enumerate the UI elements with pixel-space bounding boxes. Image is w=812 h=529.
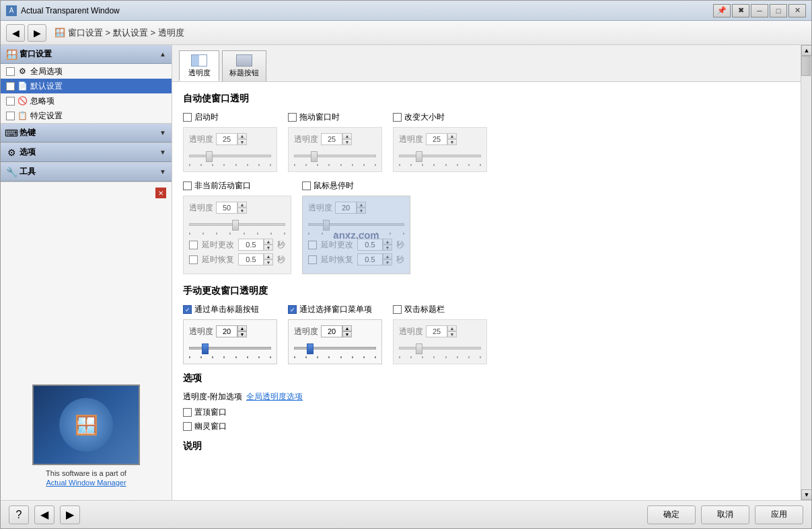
help-button[interactable]: ? [9, 505, 29, 524]
close-button[interactable]: ✕ [788, 4, 806, 17]
startup-checkbox[interactable] [183, 113, 192, 122]
scroll-thumb[interactable] [801, 56, 811, 76]
sidebar-item-specific-settings[interactable]: 📋 特定设置 [1, 108, 172, 123]
global-options-link[interactable]: 全局透明度选项 [246, 391, 303, 403]
startup-slider-thumb[interactable] [206, 151, 213, 162]
mh-delay-restore-input[interactable] [357, 253, 383, 266]
ad-close-button[interactable]: ✕ [155, 188, 166, 198]
na-delay-change-up[interactable]: ▲ [264, 239, 273, 245]
sidebar-header-tools[interactable]: 🔧 工具 ▼ [1, 163, 172, 181]
resize-slider-thumb[interactable] [416, 151, 422, 162]
mm-spin-up[interactable]: ▲ [342, 325, 352, 331]
manual-menu-spin-buttons: ▲ ▼ [342, 325, 352, 337]
mh-change-up[interactable]: ▲ [383, 239, 392, 245]
global-options-checkbox[interactable] [6, 67, 15, 76]
sidebar-header-window-settings[interactable]: 🪟 窗口设置 ▲ [1, 45, 172, 64]
ghost-checkbox[interactable] [183, 422, 192, 431]
ad-link[interactable]: Actual Window Manager [46, 479, 126, 487]
non-active-spin-input[interactable] [216, 202, 237, 214]
mouse-hover-spin-input[interactable] [335, 202, 357, 214]
sidebar-section-tools: 🔧 工具 ▼ [1, 163, 172, 182]
collapse-arrow-icon: ▲ [159, 50, 166, 58]
resize-checkbox[interactable] [393, 113, 402, 122]
drag-spin-down[interactable]: ▼ [342, 139, 352, 145]
sidebar-item-ignore[interactable]: 🚫 忽略项 [1, 93, 172, 108]
resize-spin-down[interactable]: ▼ [447, 139, 457, 145]
manual-menu-slider-thumb[interactable] [307, 343, 313, 354]
na-delay-restore-down[interactable]: ▼ [264, 259, 273, 266]
ignore-checkbox[interactable] [6, 97, 15, 106]
drag-slider-thumb[interactable] [311, 151, 318, 162]
drag-spin-input[interactable] [321, 133, 342, 145]
manual-click-spin-input[interactable] [216, 325, 237, 337]
mm-spin-down[interactable]: ▼ [342, 331, 352, 337]
scroll-up-button[interactable]: ▲ [801, 45, 811, 56]
mc-spin-down[interactable]: ▼ [237, 331, 247, 337]
mh-delay-restore-checkbox[interactable] [308, 255, 317, 264]
non-active-spin-up[interactable]: ▲ [237, 202, 247, 208]
non-active-delay-restore-input[interactable] [238, 253, 264, 266]
minimize-button[interactable]: ─ [751, 4, 768, 17]
tab-title-buttons[interactable]: 标题按钮 [222, 50, 266, 81]
startup-spin-up[interactable]: ▲ [237, 133, 247, 139]
scroll-track[interactable] [801, 56, 811, 489]
manual-menu-spin-input[interactable] [321, 325, 342, 337]
na-delay-restore-up[interactable]: ▲ [264, 253, 273, 259]
manual-click-slider-thumb[interactable] [202, 343, 209, 354]
next-button[interactable]: ▶ [60, 505, 80, 524]
mh-delay-change-spin-btns: ▲ ▼ [383, 239, 392, 251]
non-active-delay-change-input[interactable] [238, 239, 264, 251]
maximize-button[interactable]: □ [770, 4, 787, 17]
mh-spin-up[interactable]: ▲ [357, 202, 366, 208]
drag-checkbox[interactable] [288, 113, 297, 122]
apply-button[interactable]: 应用 [755, 505, 803, 524]
mh-restore-up[interactable]: ▲ [383, 253, 392, 259]
non-active-checkbox[interactable] [183, 181, 192, 190]
na-delay-change-down[interactable]: ▼ [264, 245, 273, 251]
manual-double-checkbox[interactable] [393, 305, 402, 314]
manual-click-checkbox[interactable] [183, 305, 192, 314]
startup-spin-input[interactable] [216, 133, 237, 145]
drag-spin-up[interactable]: ▲ [342, 133, 352, 139]
cancel-button[interactable]: 取消 [701, 505, 749, 524]
sidebar-item-default-settings[interactable]: ✓ 📄 默认设置 [1, 79, 172, 93]
manual-double-spin-input[interactable] [426, 325, 447, 337]
non-active-delay-restore-checkbox[interactable] [189, 255, 198, 264]
scroll-down-button[interactable]: ▼ [801, 489, 811, 500]
non-active-slider-thumb[interactable] [232, 220, 239, 231]
resize-spin-up[interactable]: ▲ [447, 133, 457, 139]
md-spin-up[interactable]: ▲ [447, 325, 457, 331]
mh-restore-down[interactable]: ▼ [383, 259, 392, 266]
mouse-hover-checkbox[interactable] [302, 181, 311, 190]
resize-spin-input[interactable] [426, 133, 447, 145]
forward-button[interactable]: ▶ [28, 24, 46, 42]
sidebar-header-options[interactable]: ⚙ 选项 ▼ [1, 143, 172, 162]
startup-spin-down[interactable]: ▼ [237, 139, 247, 145]
md-spin-down[interactable]: ▼ [447, 331, 457, 337]
mh-change-down[interactable]: ▼ [383, 245, 392, 251]
mouse-hover-slider-thumb[interactable] [323, 220, 330, 231]
back-button[interactable]: ◀ [6, 24, 25, 42]
topmost-checkbox[interactable] [183, 408, 192, 417]
mh-delay-change-checkbox[interactable] [308, 241, 317, 249]
sidebar-item-global-options[interactable]: ⚙ 全局选项 [1, 64, 172, 79]
footer-left: ? ◀ ▶ [9, 505, 80, 524]
pin-button[interactable]: 📌 [713, 4, 731, 17]
mc-spin-up[interactable]: ▲ [237, 325, 247, 331]
sidebar-header-hotkeys[interactable]: ⌨ 热键 ▼ [1, 124, 172, 143]
scrollbar[interactable]: ▲ ▼ [801, 45, 811, 500]
tab-transparency[interactable]: 透明度 [179, 50, 219, 81]
manual-menu-checkbox[interactable] [288, 305, 297, 314]
menu-button[interactable]: ✖ [732, 4, 749, 17]
non-active-delay-change-checkbox[interactable] [189, 241, 198, 249]
default-settings-checkbox[interactable]: ✓ [6, 82, 15, 91]
manual-double-slider-thumb[interactable] [416, 343, 422, 354]
specific-settings-checkbox[interactable] [6, 112, 15, 120]
ok-button[interactable]: 确定 [647, 505, 696, 524]
mh-delay-change-input[interactable] [357, 239, 383, 251]
prev-button[interactable]: ◀ [34, 505, 54, 524]
startup-checkbox-row: 启动时 [183, 112, 277, 123]
mh-spin-down[interactable]: ▼ [357, 208, 366, 214]
non-active-spin-buttons: ▲ ▼ [237, 202, 247, 214]
non-active-spin-down[interactable]: ▼ [237, 208, 247, 214]
